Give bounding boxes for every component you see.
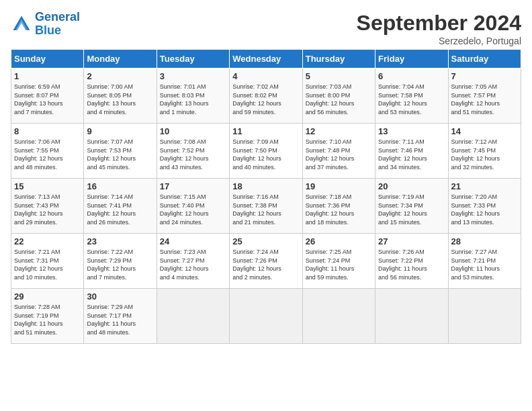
logo: General Blue [11, 11, 80, 38]
day-content: Sunrise: 7:25 AM Sunset: 7:24 PM Dayligh… [306, 248, 372, 281]
day-content: Sunrise: 7:21 AM Sunset: 7:31 PM Dayligh… [14, 248, 81, 281]
calendar-cell: 20Sunrise: 7:19 AM Sunset: 7:34 PM Dayli… [375, 179, 448, 234]
calendar-cell [230, 289, 302, 344]
calendar: SundayMondayTuesdayWednesdayThursdayFrid… [11, 49, 521, 344]
title-block: September 2024 Serzedelo, Portugal [357, 11, 521, 46]
logo-general: General [35, 10, 80, 24]
day-header-sunday: Sunday [11, 50, 84, 68]
day-number: 29 [14, 291, 81, 302]
calendar-cell: 5Sunrise: 7:03 AM Sunset: 8:00 PM Daylig… [302, 68, 375, 124]
day-number: 20 [378, 181, 445, 191]
calendar-cell: 29Sunrise: 7:28 AM Sunset: 7:19 PM Dayli… [11, 289, 84, 344]
calendar-cell: 8Sunrise: 7:06 AM Sunset: 7:55 PM Daylig… [11, 124, 84, 179]
calendar-cell: 9Sunrise: 7:07 AM Sunset: 7:53 PM Daylig… [84, 124, 157, 179]
day-number: 8 [14, 126, 81, 136]
calendar-cell [157, 289, 229, 344]
calendar-cell: 24Sunrise: 7:23 AM Sunset: 7:27 PM Dayli… [157, 234, 229, 289]
calendar-cell: 12Sunrise: 7:10 AM Sunset: 7:48 PM Dayli… [302, 124, 375, 179]
day-number: 18 [232, 181, 299, 191]
day-content: Sunrise: 7:05 AM Sunset: 7:57 PM Dayligh… [451, 83, 518, 116]
calendar-cell: 27Sunrise: 7:26 AM Sunset: 7:22 PM Dayli… [375, 234, 448, 289]
calendar-cell: 23Sunrise: 7:22 AM Sunset: 7:29 PM Dayli… [84, 234, 157, 289]
day-content: Sunrise: 7:09 AM Sunset: 7:50 PM Dayligh… [232, 138, 299, 171]
calendar-cell: 2Sunrise: 7:00 AM Sunset: 8:05 PM Daylig… [84, 68, 157, 124]
day-header-tuesday: Tuesday [157, 50, 229, 68]
day-number: 19 [306, 181, 372, 191]
day-content: Sunrise: 7:14 AM Sunset: 7:41 PM Dayligh… [87, 193, 153, 226]
day-number: 25 [232, 236, 299, 246]
header: General Blue September 2024 Serzedelo, P… [11, 11, 521, 46]
day-number: 2 [87, 71, 153, 81]
day-number: 9 [87, 126, 153, 136]
day-content: Sunrise: 7:16 AM Sunset: 7:38 PM Dayligh… [232, 193, 299, 226]
week-row-3: 15Sunrise: 7:13 AM Sunset: 7:43 PM Dayli… [11, 179, 521, 234]
calendar-cell: 7Sunrise: 7:05 AM Sunset: 7:57 PM Daylig… [448, 68, 521, 124]
calendar-body: 1Sunrise: 6:59 AM Sunset: 8:07 PM Daylig… [11, 68, 521, 344]
calendar-cell: 16Sunrise: 7:14 AM Sunset: 7:41 PM Dayli… [84, 179, 157, 234]
day-number: 7 [451, 71, 518, 81]
calendar-cell: 21Sunrise: 7:20 AM Sunset: 7:33 PM Dayli… [448, 179, 521, 234]
page-container: General Blue September 2024 Serzedelo, P… [0, 0, 532, 349]
calendar-cell: 30Sunrise: 7:29 AM Sunset: 7:17 PM Dayli… [84, 289, 157, 344]
week-row-4: 22Sunrise: 7:21 AM Sunset: 7:31 PM Dayli… [11, 234, 521, 289]
calendar-cell: 19Sunrise: 7:18 AM Sunset: 7:36 PM Dayli… [302, 179, 375, 234]
day-number: 26 [306, 236, 372, 246]
logo-blue: Blue [35, 24, 61, 37]
day-number: 15 [14, 181, 81, 191]
day-number: 1 [14, 71, 81, 81]
day-number: 11 [232, 126, 299, 136]
calendar-cell: 18Sunrise: 7:16 AM Sunset: 7:38 PM Dayli… [230, 179, 302, 234]
day-header-thursday: Thursday [302, 50, 375, 68]
calendar-cell: 6Sunrise: 7:04 AM Sunset: 7:58 PM Daylig… [375, 68, 448, 124]
day-content: Sunrise: 7:15 AM Sunset: 7:40 PM Dayligh… [160, 193, 226, 226]
day-content: Sunrise: 7:07 AM Sunset: 7:53 PM Dayligh… [87, 138, 153, 171]
calendar-cell: 1Sunrise: 6:59 AM Sunset: 8:07 PM Daylig… [11, 68, 84, 124]
calendar-cell: 28Sunrise: 7:27 AM Sunset: 7:21 PM Dayli… [448, 234, 521, 289]
day-header-wednesday: Wednesday [230, 50, 302, 68]
day-number: 21 [451, 181, 518, 191]
day-header-saturday: Saturday [448, 50, 521, 68]
week-row-1: 1Sunrise: 6:59 AM Sunset: 8:07 PM Daylig… [11, 68, 521, 124]
month-title: September 2024 [357, 11, 521, 36]
day-number: 17 [160, 181, 226, 191]
day-number: 10 [160, 126, 226, 136]
day-content: Sunrise: 7:29 AM Sunset: 7:17 PM Dayligh… [87, 303, 153, 336]
calendar-cell: 25Sunrise: 7:24 AM Sunset: 7:26 PM Dayli… [230, 234, 302, 289]
day-header-friday: Friday [375, 50, 448, 68]
day-content: Sunrise: 7:28 AM Sunset: 7:19 PM Dayligh… [14, 303, 81, 336]
week-row-2: 8Sunrise: 7:06 AM Sunset: 7:55 PM Daylig… [11, 124, 521, 179]
calendar-header: SundayMondayTuesdayWednesdayThursdayFrid… [11, 50, 521, 68]
day-number: 13 [378, 126, 445, 136]
day-content: Sunrise: 6:59 AM Sunset: 8:07 PM Dayligh… [14, 83, 81, 116]
day-content: Sunrise: 7:24 AM Sunset: 7:26 PM Dayligh… [232, 248, 299, 281]
calendar-cell: 22Sunrise: 7:21 AM Sunset: 7:31 PM Dayli… [11, 234, 84, 289]
day-content: Sunrise: 7:19 AM Sunset: 7:34 PM Dayligh… [378, 193, 445, 226]
calendar-cell: 4Sunrise: 7:02 AM Sunset: 8:02 PM Daylig… [230, 68, 302, 124]
day-number: 30 [87, 291, 153, 302]
location: Serzedelo, Portugal [357, 36, 521, 46]
day-content: Sunrise: 7:03 AM Sunset: 8:00 PM Dayligh… [306, 83, 372, 116]
day-number: 16 [87, 181, 153, 191]
day-content: Sunrise: 7:01 AM Sunset: 8:03 PM Dayligh… [160, 83, 226, 116]
day-content: Sunrise: 7:08 AM Sunset: 7:52 PM Dayligh… [160, 138, 226, 171]
calendar-cell [375, 289, 448, 344]
header-row: SundayMondayTuesdayWednesdayThursdayFrid… [11, 50, 521, 68]
day-content: Sunrise: 7:10 AM Sunset: 7:48 PM Dayligh… [306, 138, 372, 171]
day-number: 14 [451, 126, 518, 136]
calendar-cell [302, 289, 375, 344]
day-number: 23 [87, 236, 153, 246]
calendar-cell: 11Sunrise: 7:09 AM Sunset: 7:50 PM Dayli… [230, 124, 302, 179]
logo-text: General Blue [35, 11, 80, 38]
day-content: Sunrise: 7:04 AM Sunset: 7:58 PM Dayligh… [378, 83, 445, 116]
day-content: Sunrise: 7:12 AM Sunset: 7:45 PM Dayligh… [451, 138, 518, 171]
calendar-cell: 10Sunrise: 7:08 AM Sunset: 7:52 PM Dayli… [157, 124, 229, 179]
day-content: Sunrise: 7:22 AM Sunset: 7:29 PM Dayligh… [87, 248, 153, 281]
day-content: Sunrise: 7:26 AM Sunset: 7:22 PM Dayligh… [378, 248, 445, 281]
day-number: 3 [160, 71, 226, 81]
calendar-cell: 26Sunrise: 7:25 AM Sunset: 7:24 PM Dayli… [302, 234, 375, 289]
day-content: Sunrise: 7:23 AM Sunset: 7:27 PM Dayligh… [160, 248, 226, 281]
day-number: 4 [232, 71, 299, 81]
day-content: Sunrise: 7:13 AM Sunset: 7:43 PM Dayligh… [14, 193, 81, 226]
day-header-monday: Monday [84, 50, 157, 68]
day-number: 5 [306, 71, 372, 81]
